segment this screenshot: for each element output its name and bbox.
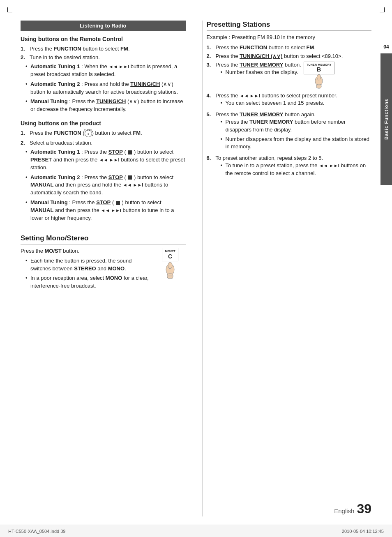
chapter-label: Basic Functions [384, 99, 389, 140]
bottom-bar: HT-C550-XAA_0504.indd 39 2010-05-04 10:1… [0, 525, 392, 537]
stop-square-icon [128, 150, 132, 154]
footer-right: 2010-05-04 10:12:45 [342, 529, 384, 534]
mono-stereo-divider [21, 229, 186, 229]
main-content: Listening to Radio Using buttons on the … [21, 21, 371, 516]
left-column: Listening to Radio Using buttons on the … [21, 21, 190, 516]
product-steps-list: 1. Press the FUNCTION ( FUNC. ● ) button… [21, 130, 186, 146]
mono-stereo-bullets: Each time the button is pressed, the sou… [21, 257, 152, 290]
stop-square-icon-2 [128, 175, 132, 180]
presetting-step-2: 2. Press the TUNING/CH (∧∨) button to se… [207, 53, 372, 59]
hand-icon-tuner [310, 74, 328, 90]
remote-step-1: 1. Press the FUNCTION button to select F… [21, 46, 186, 52]
product-bullets-list: Automatic Tuning 1 : Press the STOP ( ) … [21, 148, 186, 222]
step5-sub: Press the TUNER MEMORY button before num… [216, 118, 372, 151]
step4-sub: You can select between 1 and 15 presets. [216, 99, 338, 107]
svg-point-4 [168, 262, 172, 269]
product-bullet-1: Automatic Tuning 1 : Press the STOP ( ) … [25, 148, 186, 172]
remote-bullets-list: Automatic Tuning 1 : When the ◄◄ ►►I but… [21, 63, 186, 113]
hand-icon-most [160, 261, 180, 280]
svg-rect-1 [167, 274, 173, 279]
most-icon-box: MO/ST C [162, 248, 178, 261]
presetting-subtitle: Example : Presetting FM 89.10 in the mem… [207, 34, 372, 40]
product-step-1: 1. Press the FUNCTION ( FUNC. ● ) button… [21, 130, 186, 137]
product-step-2: 2. Select a broadcast station. [21, 140, 186, 146]
svg-point-9 [317, 74, 321, 80]
remote-bullet-3: Manual Tuning : Press the TUNING/CH (∧∨)… [25, 98, 186, 113]
presetting-step-3: 3. Press the TUNER MEMORY button. Number… [207, 62, 372, 90]
mono-stereo-text: Press the MO/ST button. Each time the bu… [21, 248, 152, 292]
presetting-step-1: 1. Press the FUNCTION button to select F… [207, 44, 372, 51]
presetting-steps-list: 1. Press the FUNCTION button to select F… [207, 44, 372, 179]
remote-bullet-2: Automatic Tuning 2 : Press and hold the … [25, 81, 186, 96]
stop-square-icon-3 [116, 201, 120, 205]
mono-stereo-content: Press the MO/ST button. Each time the bu… [21, 248, 186, 292]
remote-step-2: 2. Tune in to the desired station. [21, 54, 186, 60]
mono-bullet-1: Each time the button is pressed, the sou… [25, 257, 152, 273]
listening-to-radio-header: Listening to Radio [21, 21, 186, 31]
product-bullet-2: Automatic Tuning 2 : Press the STOP ( ) … [25, 174, 186, 197]
mono-stereo-intro: Press the MO/ST button. [21, 248, 152, 254]
page-number-area: English 39 [334, 501, 371, 516]
chapter-number: 04 [380, 41, 392, 53]
presetting-stations-title: Presetting Stations [207, 21, 372, 31]
presetting-step-5: 5. Press the TUNER MEMORY button again. … [207, 111, 372, 152]
footer-left: HT-C550-XAA_0504.indd 39 [8, 529, 65, 534]
remote-bullet-1: Automatic Tuning 1 : When the ◄◄ ►►I but… [25, 63, 186, 78]
remote-steps-list: 1. Press the FUNCTION button to select F… [21, 46, 186, 60]
presetting-step-6: 6. To preset another station, repeat ste… [207, 155, 372, 179]
tuner-icon-box: TUNER MEMORY B [304, 62, 334, 74]
mono-bullet-2: In a poor reception area, select MONO fo… [25, 274, 152, 290]
chapter-tab: Basic Functions [380, 53, 392, 185]
most-icon-area: MO/ST C [155, 248, 186, 280]
mono-stereo-title: Setting Mono/Stereo [21, 234, 186, 244]
product-bullet-3: Manual Tuning : Press the STOP ( ) butto… [25, 199, 186, 222]
tuner-memory-icon-area: TUNER MEMORY B [304, 62, 334, 90]
right-column: Presetting Stations Example : Presetting… [202, 21, 372, 516]
step6-sub: To tune in to a preset station, press th… [216, 162, 372, 177]
corner-mark-tl [7, 7, 12, 12]
svg-rect-6 [316, 84, 321, 88]
corner-mark-tr [380, 7, 385, 12]
content-columns: Listening to Radio Using buttons on the … [21, 21, 371, 516]
func-button-icon: FUNC. ● [85, 130, 92, 137]
step3-sub: Number flashes on the display. [216, 69, 301, 76]
remote-control-title: Using buttons on the Remote Control [21, 36, 186, 42]
product-buttons-title: Using buttons on the product [21, 120, 186, 127]
presetting-step-4: 4. Press the ◄◄ ►►I buttons to select pr… [207, 92, 372, 109]
